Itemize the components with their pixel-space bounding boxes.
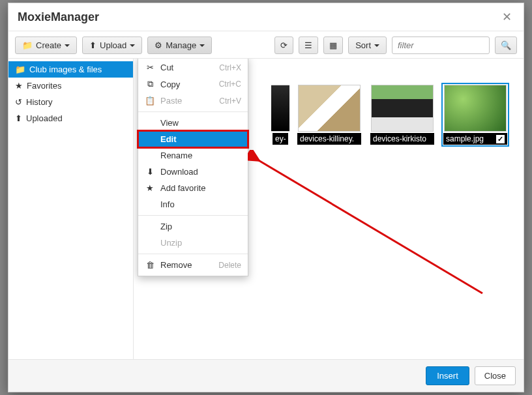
- cm-label: Copy: [160, 80, 180, 89]
- scissors-icon: ✂: [145, 63, 155, 72]
- cm-label: Paste: [160, 96, 182, 106]
- sidebar: 📁 Club images & files ★ Favorites ↺ Hist…: [8, 59, 134, 359]
- cm-shortcut: Delete: [218, 261, 241, 270]
- list-view-button[interactable]: ☰: [299, 37, 318, 54]
- cm-remove[interactable]: 🗑 Remove Delete: [138, 257, 248, 273]
- cm-label: Info: [160, 199, 175, 209]
- refresh-button[interactable]: ⟳: [274, 37, 293, 54]
- cm-separator: [138, 111, 248, 112]
- sidebar-item-label: Club images & files: [29, 65, 102, 74]
- clock-icon: ↺: [15, 97, 22, 107]
- create-label: Create: [36, 40, 61, 50]
- upload-button[interactable]: ⬆ Upload: [82, 37, 142, 54]
- sidebar-item-club-images[interactable]: 📁 Club images & files: [8, 61, 133, 78]
- cm-unzip: Unzip: [138, 235, 248, 251]
- sidebar-item-label: History: [26, 97, 52, 107]
- cm-rename[interactable]: Rename: [138, 147, 248, 164]
- thumbnail-item[interactable]: sample.jpg ✓: [441, 83, 509, 147]
- thumbnail-item[interactable]: ey-: [271, 83, 290, 147]
- sidebar-item-favorites[interactable]: ★ Favorites: [8, 78, 133, 94]
- caret-down-icon: [130, 44, 135, 47]
- close-button[interactable]: Close: [475, 366, 516, 385]
- star-icon: ★: [145, 183, 155, 193]
- cm-copy[interactable]: ⧉ Copy Ctrl+C: [138, 76, 248, 93]
- thumbnail-image: [298, 85, 361, 132]
- download-icon: ⬇: [145, 167, 155, 177]
- cm-view[interactable]: View: [138, 115, 248, 131]
- cm-shortcut: Ctrl+X: [219, 63, 241, 72]
- cm-separator: [138, 215, 248, 216]
- content-area: C gn .. ey- devices-killiney.: [134, 59, 524, 359]
- thumbnail-image: [371, 85, 434, 132]
- sidebar-item-history[interactable]: ↺ History: [8, 94, 133, 110]
- folder-icon: 📁: [15, 65, 25, 74]
- list-icon: ☰: [304, 40, 312, 50]
- cm-zip[interactable]: Zip: [138, 218, 248, 235]
- thumbnail-label: ey-: [273, 133, 288, 145]
- sidebar-item-uploaded[interactable]: ⬆ Uploaded: [8, 110, 133, 126]
- checkmark-icon: ✓: [496, 135, 505, 143]
- thumbnail-label: devices-killiney.: [297, 133, 361, 145]
- dialog-close-icon[interactable]: ✕: [499, 10, 514, 24]
- search-icon: 🔍: [501, 40, 511, 50]
- thumbnail-item[interactable]: devices-kirkisto: [368, 83, 436, 147]
- search-button[interactable]: 🔍: [495, 37, 517, 54]
- cm-add-favorite[interactable]: ★ Add favorite: [138, 180, 248, 196]
- folder-plus-icon: 📁: [22, 40, 33, 50]
- annotation-arrow: [248, 150, 495, 300]
- cm-label: Remove: [160, 260, 192, 270]
- dialog-footer: Insert Close: [8, 359, 524, 392]
- sort-label: Sort: [355, 40, 371, 50]
- body: 📁 Club images & files ★ Favorites ↺ Hist…: [8, 59, 524, 359]
- toolbar: 📁 Create ⬆ Upload ⚙ Manage ⟳ ☰ ▦ Sort: [8, 31, 524, 59]
- dialog-header: MoxieManager ✕: [8, 3, 524, 31]
- cm-cut[interactable]: ✂ Cut Ctrl+X: [138, 59, 248, 76]
- dialog-title: MoxieManager: [18, 10, 99, 24]
- insert-button[interactable]: Insert: [426, 366, 469, 385]
- sort-button[interactable]: Sort: [348, 37, 387, 54]
- gear-icon: ⚙: [155, 40, 162, 50]
- upload-icon: ⬆: [15, 113, 22, 123]
- grid-icon: ▦: [329, 40, 337, 50]
- caret-down-icon: [200, 44, 205, 47]
- paste-icon: 📋: [145, 96, 155, 106]
- caret-down-icon: [65, 44, 70, 47]
- cm-shortcut: Ctrl+C: [219, 80, 241, 89]
- thumbnail-label: devices-kirkisto: [370, 133, 434, 145]
- cm-shortcut: Ctrl+V: [219, 96, 241, 106]
- cm-label: View: [160, 118, 179, 128]
- cm-label: Download: [160, 167, 198, 177]
- cm-paste: 📋 Paste Ctrl+V: [138, 93, 248, 109]
- cm-label: Unzip: [160, 238, 182, 248]
- cm-info[interactable]: Info: [138, 196, 248, 212]
- filter-input[interactable]: [392, 37, 490, 54]
- trash-icon: 🗑: [145, 260, 155, 270]
- star-icon: ★: [15, 81, 23, 91]
- cm-edit[interactable]: Edit: [138, 131, 248, 147]
- cm-separator: [138, 254, 248, 254]
- thumbnail-image: [444, 85, 507, 132]
- thumbnail-label: sample.jpg ✓: [443, 133, 507, 145]
- sidebar-item-label: Uploaded: [26, 113, 63, 123]
- copy-icon: ⧉: [145, 79, 155, 89]
- cm-download[interactable]: ⬇ Download: [138, 164, 248, 180]
- svg-line-0: [258, 160, 482, 293]
- cm-label: Edit: [160, 134, 177, 144]
- caret-down-icon: [374, 44, 379, 47]
- refresh-icon: ⟳: [280, 40, 288, 50]
- cm-label: Rename: [160, 151, 192, 160]
- upload-label: Upload: [100, 40, 126, 50]
- cm-label: Zip: [160, 222, 172, 231]
- manage-label: Manage: [166, 40, 196, 50]
- manage-context-menu: ✂ Cut Ctrl+X ⧉ Copy Ctrl+C 📋 Paste Ctrl+…: [138, 59, 248, 276]
- sidebar-item-label: Favorites: [27, 81, 61, 91]
- upload-icon: ⬆: [89, 40, 96, 50]
- thumbnail-item[interactable]: devices-killiney.: [295, 83, 363, 147]
- thumbnail-image: [271, 85, 290, 132]
- create-button[interactable]: 📁 Create: [15, 37, 77, 54]
- manage-button[interactable]: ⚙ Manage: [147, 37, 212, 54]
- cm-label: Cut: [160, 63, 173, 72]
- cm-label: Add favorite: [160, 183, 205, 193]
- grid-view-button[interactable]: ▦: [323, 37, 343, 54]
- moxie-dialog: MoxieManager ✕ 📁 Create ⬆ Upload ⚙ Manag…: [8, 3, 524, 392]
